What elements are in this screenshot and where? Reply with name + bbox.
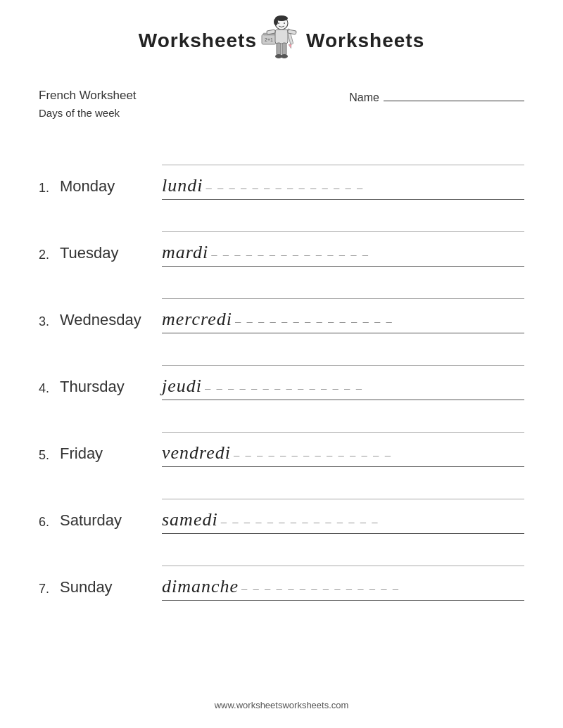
bottom-rule-row: lundi – – – – – – – – – – – – – – [162, 175, 524, 200]
day-english: Friday [60, 445, 162, 467]
french-word: vendredi [162, 442, 231, 464]
day-number: 5. [39, 448, 60, 467]
top-rule [162, 231, 524, 232]
header: Worksheets 2+1 [0, 0, 563, 76]
day-row: 3. Wednesday mercredi – – – – – – – – – … [39, 267, 524, 333]
footer: www.worksheetsworksheets.com [0, 684, 563, 717]
writing-area: jeudi – – – – – – – – – – – – – – [162, 365, 524, 400]
writing-area: samedi – – – – – – – – – – – – – – [162, 499, 524, 534]
logo-left: Worksheets [139, 30, 257, 52]
day-row: 5. Friday vendredi – – – – – – – – – – –… [39, 400, 524, 467]
dash-area: – – – – – – – – – – – – – – [231, 449, 524, 462]
svg-point-14 [281, 54, 288, 58]
dash-area: – – – – – – – – – – – – – – [239, 582, 524, 596]
name-label: Name [349, 91, 379, 104]
day-number: 7. [39, 582, 60, 601]
day-english: Wednesday [60, 311, 162, 333]
bottom-rule-row: mercredi – – – – – – – – – – – – – – [162, 309, 524, 333]
french-word: jeudi [162, 376, 202, 397]
bottom-rule-row: dimanche – – – – – – – – – – – – – – [162, 576, 524, 601]
worksheet-subtitle: Days of the week [0, 104, 563, 119]
top-rule [162, 365, 524, 366]
logo-figure: 2+1 [257, 13, 306, 69]
top-rule [162, 499, 524, 499]
dash-area: – – – – – – – – – – – – – – [218, 516, 524, 529]
writing-area: mercredi – – – – – – – – – – – – – – [162, 298, 524, 333]
top-rule [162, 298, 524, 299]
day-number: 4. [39, 381, 60, 400]
dash-area: – – – – – – – – – – – – – – [202, 382, 524, 395]
top-rule [162, 432, 524, 433]
writing-area: vendredi – – – – – – – – – – – – – – [162, 432, 524, 467]
worksheet-title: French Worksheet [39, 89, 137, 103]
writing-area: lundi – – – – – – – – – – – – – – [162, 165, 524, 200]
dash-area: – – – – – – – – – – – – – – [203, 181, 524, 195]
logo-right: Worksheets [306, 30, 424, 52]
french-word: dimanche [162, 576, 239, 597]
day-row: 6. Saturday samedi – – – – – – – – – – –… [39, 467, 524, 534]
day-number: 2. [39, 248, 60, 267]
svg-point-15 [278, 23, 279, 24]
day-number: 1. [39, 181, 60, 200]
french-word: samedi [162, 509, 218, 530]
day-row: 1. Monday lundi – – – – – – – – – – – – … [39, 133, 524, 200]
writing-area: mardi – – – – – – – – – – – – – – [162, 231, 524, 267]
svg-point-7 [274, 18, 278, 25]
day-row: 7. Sunday dimanche – – – – – – – – – – –… [39, 534, 524, 601]
meta-row: French Worksheet Name [0, 76, 563, 104]
day-english: Monday [60, 177, 162, 200]
svg-point-16 [284, 23, 285, 24]
content-area: 1. Monday lundi – – – – – – – – – – – – … [0, 119, 563, 601]
svg-rect-8 [275, 30, 288, 44]
french-word: lundi [162, 175, 203, 196]
footer-url: www.worksheetsworksheets.com [215, 700, 349, 710]
day-english: Tuesday [60, 244, 162, 267]
day-number: 6. [39, 515, 60, 534]
bottom-rule-row: jeudi – – – – – – – – – – – – – – [162, 376, 524, 400]
bottom-rule-row: samedi – – – – – – – – – – – – – – [162, 509, 524, 534]
bottom-rule-row: vendredi – – – – – – – – – – – – – – [162, 442, 524, 467]
top-rule [162, 165, 524, 165]
day-english: Thursday [60, 378, 162, 400]
day-row: 4. Thursday jeudi – – – – – – – – – – – … [39, 333, 524, 400]
svg-marker-4 [289, 44, 292, 49]
day-english: Saturday [60, 511, 162, 534]
svg-rect-12 [282, 43, 286, 56]
day-number: 3. [39, 314, 60, 333]
french-word: mercredi [162, 309, 232, 330]
name-underline [384, 89, 524, 101]
writing-area: dimanche – – – – – – – – – – – – – – [162, 566, 524, 601]
french-word: mardi [162, 242, 208, 263]
bottom-rule-row: mardi – – – – – – – – – – – – – – [162, 242, 524, 267]
top-rule [162, 566, 524, 566]
day-row: 2. Tuesday mardi – – – – – – – – – – – –… [39, 200, 524, 267]
day-english: Sunday [60, 578, 162, 601]
dash-area: – – – – – – – – – – – – – – [208, 248, 524, 262]
svg-text:2+1: 2+1 [265, 37, 273, 42]
name-field: Name [349, 89, 524, 104]
svg-rect-11 [277, 43, 281, 56]
dash-area: – – – – – – – – – – – – – – [232, 315, 524, 328]
